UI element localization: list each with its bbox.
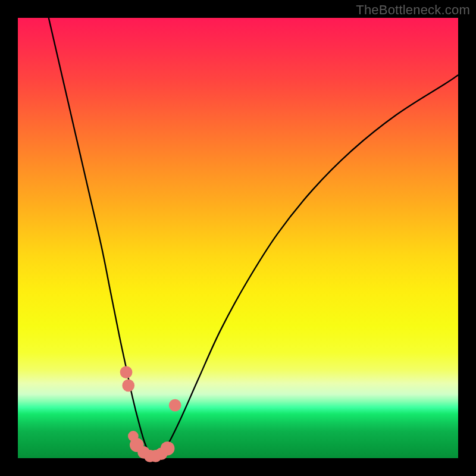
bottleneck-curve: [49, 18, 458, 458]
watermark-text: TheBottleneck.com: [356, 2, 470, 18]
chart-marker: [122, 380, 134, 392]
chart-marker: [169, 399, 181, 412]
chart-plot-area: [18, 18, 458, 458]
chart-markers: [120, 366, 181, 462]
chart-marker: [120, 366, 133, 378]
chart-frame: TheBottleneck.com: [0, 0, 476, 476]
chart-marker: [161, 441, 175, 456]
chart-svg: [18, 18, 458, 458]
